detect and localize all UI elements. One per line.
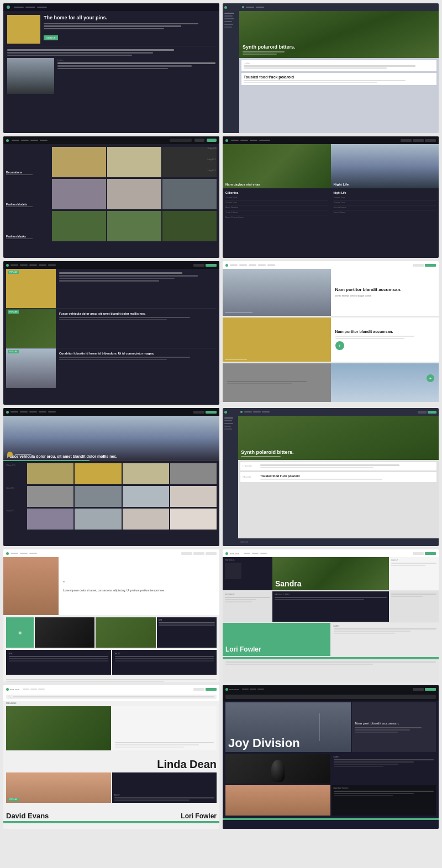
nav-link (20, 411, 28, 412)
signup-btn[interactable] (206, 688, 217, 691)
label-text: La More (57, 59, 215, 61)
signup-btn[interactable] (425, 552, 436, 555)
screen-4: Nam daybus nisi vitae Gilbertina Toasted… (223, 136, 439, 258)
login-btn[interactable] (413, 688, 424, 691)
search-icon: 🔍 (8, 695, 12, 698)
hero-title: Synth polaroid bitters. (241, 449, 294, 455)
green-accent-bar (3, 821, 219, 823)
search-bar[interactable] (170, 139, 192, 142)
join-btn[interactable] (193, 264, 204, 267)
date-label: 9 Aug 2015 (243, 476, 258, 478)
screen-7: Fusce vehicula dolor arcu, sit amet blan… (3, 408, 219, 546)
nav-link (25, 7, 35, 8)
nav-logo (225, 264, 228, 267)
contact-btn[interactable] (206, 552, 217, 555)
portfolio-btn[interactable] (181, 552, 192, 555)
nav-link (262, 411, 270, 412)
list-item: About Weather (225, 207, 328, 209)
nav-btn[interactable] (425, 139, 436, 142)
thumb-img (27, 463, 73, 484)
login-btn[interactable] (194, 139, 204, 142)
screen-12: avia.com Joy Divi (223, 685, 439, 829)
sidebar-item (224, 420, 232, 421)
signup-label: SIGN UP (391, 559, 436, 562)
accent-line (319, 713, 320, 741)
about-btn[interactable] (193, 552, 204, 555)
lori-name: Lori Fowler (225, 646, 328, 653)
thumb-img (27, 509, 73, 530)
search-input[interactable] (13, 696, 214, 697)
sidebar-item (224, 15, 233, 17)
nav-link (257, 689, 264, 690)
nav-btn[interactable] (401, 139, 412, 142)
sidebar-item (224, 21, 232, 22)
ceramic-object (225, 754, 330, 784)
nav-logo (225, 688, 228, 691)
join-btn[interactable] (193, 411, 204, 414)
quote-text: Lorem ipsum dolor sit amet, consectetur … (63, 589, 215, 593)
product-img (35, 617, 94, 648)
bamboo-large (6, 706, 111, 750)
nav-link (10, 264, 18, 266)
hero-title: The home for all your pins. (44, 15, 215, 22)
nav-btn[interactable] (413, 139, 424, 142)
date-label: 17 Aug 2015 (243, 465, 258, 467)
card-title: Tousled food t'uck polaroid (244, 75, 434, 79)
nav-link (250, 689, 256, 690)
screen-11: avia.com 🔍 MAGAZINE (3, 685, 219, 829)
list-item: Touch Polaroid (225, 211, 328, 214)
nav-link (259, 140, 270, 141)
image-title: Night Life (334, 183, 349, 186)
names-label: NAMES (334, 625, 437, 627)
post-image-3: POPULAR (6, 348, 56, 388)
thumb-img (123, 509, 169, 530)
screen-10: avia.com PORTFOLIO (223, 549, 439, 682)
sidebar-item (224, 426, 231, 427)
sandra-name: Sandra (275, 579, 301, 588)
nav-link (253, 411, 261, 412)
screen-5: POPULAR POPULAR Fusce vehicula dolor arc… (3, 261, 219, 405)
nav-logo (6, 411, 9, 414)
sky-image: + (331, 363, 439, 402)
section-label: AVIA (159, 619, 215, 621)
footer-text: SIGN OUT (240, 541, 249, 543)
post-title: Tousled food t'uck polaroid (260, 474, 434, 478)
nav-link (256, 7, 264, 8)
thumb-img (75, 486, 121, 507)
post-date: 9 Aug 2015 (6, 486, 25, 507)
magazine-btn[interactable] (193, 688, 204, 691)
cta-button[interactable]: SIGN UP (44, 35, 58, 40)
top-logo (240, 411, 243, 413)
signup-btn[interactable] (425, 264, 436, 267)
signup-btn[interactable] (425, 688, 436, 691)
joy-division-text: Joy Division (228, 737, 300, 749)
signup-btn[interactable] (207, 139, 217, 142)
nav-link (252, 553, 259, 554)
signup-btn[interactable] (206, 264, 217, 267)
signup-btn[interactable] (206, 411, 217, 414)
person-bottom (225, 785, 330, 816)
green-accent-bar (223, 818, 439, 820)
bamboo-hero: Synth polaroid bitters. (238, 416, 439, 460)
nav-link (38, 689, 45, 690)
section-label: MANUFACTURERS (275, 594, 387, 596)
signup-btn[interactable] (428, 411, 436, 414)
nav-link (12, 140, 19, 141)
screen-8: Synth polaroid bitters. 17 Aug 2015 (223, 408, 439, 546)
sidebar-item (224, 423, 233, 424)
login-btn[interactable] (413, 552, 424, 555)
sidebar-logo (224, 6, 227, 9)
login-btn[interactable] (418, 411, 427, 414)
list-item: Marck Polaroid Items (225, 216, 328, 219)
nav-link (29, 264, 37, 266)
section-label: MAGAZINE (6, 702, 217, 705)
green-block: ■ (18, 629, 22, 636)
logo-dot (7, 6, 10, 9)
nav-link (14, 7, 24, 8)
grid-img (162, 179, 217, 209)
login-btn[interactable] (413, 264, 424, 267)
bamboo-image: Nam daybus nisi vitae (223, 144, 331, 188)
search-bar[interactable] (225, 695, 436, 699)
post-title: Curabitur lobortis id lorem id bibendum.… (59, 352, 213, 356)
nav-link (239, 264, 247, 266)
